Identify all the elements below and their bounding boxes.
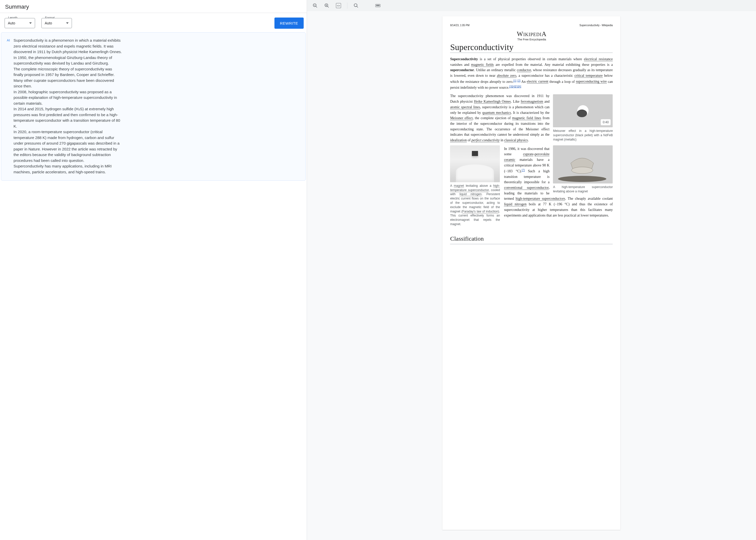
summary-panel: Summary Length Auto Format Auto REWRITE …: [0, 0, 307, 540]
figure-image[interactable]: [553, 145, 613, 184]
link-ferromagnetism[interactable]: ferromagnetism: [521, 100, 543, 104]
viewer-toolbar: <>: [307, 0, 756, 11]
link-meissner-effect[interactable]: Meissner effect: [450, 116, 472, 120]
ref-2[interactable]: [2]: [517, 79, 520, 82]
link-perfect-conductivity[interactable]: perfect conductivity: [471, 138, 500, 142]
link-high-temp-superconductors[interactable]: high-temperature superconductors: [516, 197, 565, 201]
video-thumbnail[interactable]: 0:40: [553, 94, 613, 127]
ref-7[interactable]: [7]: [522, 169, 525, 172]
summary-text: Superconductivity is a phenomenon in whi…: [14, 38, 123, 175]
svg-point-7: [354, 4, 357, 7]
link-magnet[interactable]: magnet: [454, 184, 464, 188]
link-atomic-spectral-lines[interactable]: atomic spectral lines: [450, 105, 480, 109]
ref-3[interactable]: [3]: [509, 85, 512, 88]
format-value[interactable]: Auto: [42, 18, 72, 28]
figure-image[interactable]: [450, 145, 500, 182]
page-timestamp: 8/14/23, 1:05 PM: [450, 24, 469, 27]
svg-line-4: [327, 6, 328, 8]
video-duration: 0:40: [601, 119, 611, 126]
link-magnetic-field-lines[interactable]: magnetic field lines: [512, 116, 541, 120]
svg-line-8: [356, 6, 358, 8]
link-conventional-superconductor[interactable]: conventional superconductor: [504, 186, 549, 190]
document-page: 8/14/23, 1:05 PM Superconductivity - Wik…: [442, 16, 620, 530]
logo-wordmark: WikipediA: [450, 30, 613, 38]
intro-paragraph-1: Superconductivity is a set of physical p…: [450, 57, 613, 90]
section-classification: Classification: [450, 234, 613, 244]
rewrite-button[interactable]: REWRITE: [275, 18, 304, 29]
svg-line-1: [315, 6, 317, 8]
link-idealization[interactable]: idealization: [450, 138, 466, 142]
link-perovskite[interactable]: perovskite: [535, 152, 550, 156]
link-superconducting-wire[interactable]: superconducting wire: [576, 79, 607, 83]
page-meta: 8/14/23, 1:05 PM Superconductivity - Wik…: [450, 24, 613, 27]
controls-row: Length Auto Format Auto REWRITE: [0, 13, 307, 32]
link-quantum-mechanics[interactable]: quantum mechanics: [482, 111, 511, 115]
article-title: Superconductivity: [450, 43, 613, 53]
link-liquid-nitrogen-2[interactable]: liquid nitrogen: [504, 202, 526, 206]
summary-body: AI Superconductivity is a phenomenon in …: [1, 32, 306, 181]
ref-6[interactable]: [6]: [518, 85, 521, 88]
length-select[interactable]: Length Auto: [5, 18, 35, 28]
code-icon[interactable]: <>: [334, 1, 343, 10]
format-select[interactable]: Format Auto: [42, 18, 72, 28]
link-electrical-resistance[interactable]: electrical resistance: [584, 57, 613, 61]
link-ceramic[interactable]: ceramic: [504, 158, 515, 162]
ref-5[interactable]: [5]: [515, 85, 518, 88]
link-cuprate[interactable]: cuprate: [523, 152, 533, 156]
zoom-in-icon[interactable]: [322, 1, 331, 10]
link-magnetic-fields[interactable]: magnetic fields: [471, 63, 494, 67]
document-viewer: <> 8/14/23, 1:05 PM Superconductivity - …: [307, 0, 756, 540]
ref-1[interactable]: [1]: [513, 79, 516, 82]
svg-point-10: [571, 167, 593, 174]
summary-header: Summary: [0, 0, 307, 13]
figure-caption: A magnet levitating above a high-tempera…: [450, 184, 500, 226]
pellet-graphic: [577, 109, 587, 117]
ai-chip: AI: [7, 38, 10, 175]
figure-caption: A high-temperature superconductor levita…: [553, 185, 613, 194]
figure-caption: Meissner effect in a high-temperature su…: [553, 129, 613, 142]
zoom-out-icon[interactable]: [311, 1, 320, 10]
link-critical-temperature[interactable]: critical temperature: [574, 74, 602, 78]
page-header-title: Superconductivity - Wikipedia: [579, 24, 613, 27]
length-value[interactable]: Auto: [5, 18, 35, 28]
article-body: Superconductivity is a set of physical p…: [450, 57, 613, 244]
term-bold: superconductor: [450, 68, 474, 72]
figure-levitation: A high-temperature superconductor levita…: [553, 145, 613, 194]
link-electric-current[interactable]: electric current: [527, 79, 549, 83]
keyboard-icon[interactable]: [373, 1, 382, 10]
figure-magnet-levitating: A magnet levitating above a high-tempera…: [450, 145, 500, 226]
svg-point-9: [558, 176, 606, 182]
logo-tagline: The Free Encyclopedia: [450, 38, 613, 41]
link-absolute-zero[interactable]: absolute zero: [497, 74, 516, 78]
link-classical-physics[interactable]: classical physics: [504, 138, 528, 142]
search-icon[interactable]: [351, 1, 361, 10]
link-kamerlingh-onnes[interactable]: Heike Kamerlingh Onnes: [474, 100, 511, 104]
figure-video-meissner: 0:40 Meissner effect in a high-temperatu…: [553, 94, 613, 142]
link-conductor[interactable]: conductor: [517, 68, 531, 72]
term-bold: Superconductivity: [450, 57, 478, 61]
toolbar-separator: [347, 3, 347, 9]
link-faraday-law[interactable]: Faraday's law of induction: [462, 209, 498, 213]
wikipedia-logo: WikipediA The Free Encyclopedia: [450, 30, 613, 41]
document-scroll[interactable]: 8/14/23, 1:05 PM Superconductivity - Wik…: [307, 11, 756, 540]
panel-title: Summary: [5, 4, 302, 10]
ref-4[interactable]: [4]: [512, 85, 515, 88]
link-liquid-nitrogen[interactable]: liquid nitrogen: [459, 193, 481, 196]
